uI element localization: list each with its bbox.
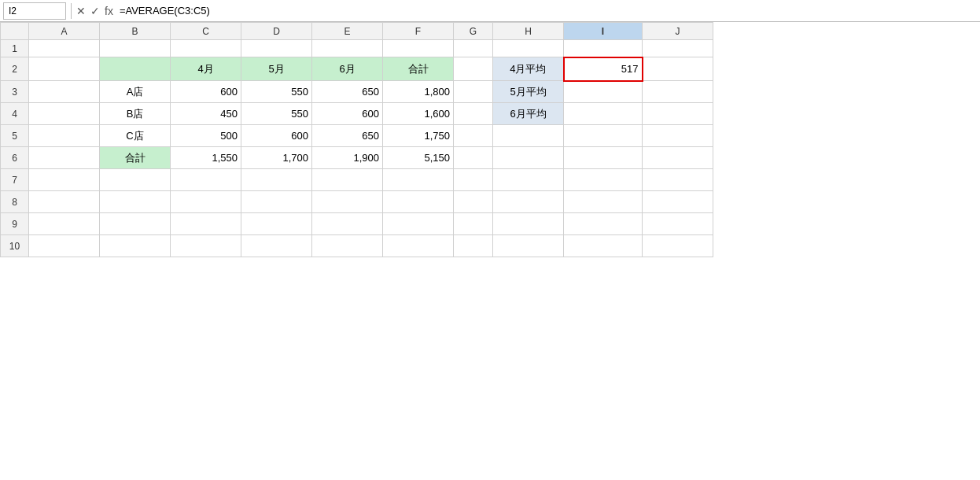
cell-E3[interactable]: 650 [312,81,383,103]
cell-E8[interactable] [312,191,383,213]
cell-E9[interactable] [312,213,383,235]
cell-D2[interactable]: 5月 [241,57,312,81]
row-header-7[interactable]: 7 [1,169,29,191]
cell-A4[interactable] [29,103,100,125]
cell-H8[interactable] [493,191,564,213]
cell-D8[interactable] [241,191,312,213]
cell-D6[interactable]: 1,700 [241,147,312,169]
row-header-8[interactable]: 8 [1,191,29,213]
cell-G2[interactable] [454,57,493,81]
cell-H4[interactable]: 6月平均 [493,103,564,125]
cell-J9[interactable] [643,213,713,235]
cell-H6[interactable] [493,147,564,169]
cell-D9[interactable] [241,213,312,235]
row-header-10[interactable]: 10 [1,235,29,257]
cell-G10[interactable] [454,235,493,257]
cell-I6[interactable] [564,147,643,169]
cell-G4[interactable] [454,103,493,125]
cell-C3[interactable]: 600 [171,81,241,103]
col-header-G[interactable]: G [454,23,493,40]
cell-G5[interactable] [454,125,493,147]
row-header-6[interactable]: 6 [1,147,29,169]
cell-G3[interactable] [454,81,493,103]
cell-A3[interactable] [29,81,100,103]
cell-G1[interactable] [454,40,493,57]
cell-C10[interactable] [171,235,241,257]
fx-icon[interactable]: fx [105,5,113,17]
cell-E10[interactable] [312,235,383,257]
cell-A5[interactable] [29,125,100,147]
cell-B9[interactable] [100,213,171,235]
cell-A1[interactable] [29,40,100,57]
col-header-I[interactable]: I [564,23,643,40]
col-header-E[interactable]: E [312,23,383,40]
col-header-D[interactable]: D [241,23,312,40]
cell-reference-box[interactable]: I2 [3,2,66,20]
row-header-5[interactable]: 5 [1,125,29,147]
cell-J5[interactable] [643,125,713,147]
cell-A7[interactable] [29,169,100,191]
col-header-C[interactable]: C [171,23,241,40]
cell-J1[interactable] [643,40,713,57]
cell-F1[interactable] [383,40,454,57]
cell-I7[interactable] [564,169,643,191]
col-header-B[interactable]: B [100,23,171,40]
cell-A9[interactable] [29,213,100,235]
cancel-icon[interactable]: ✕ [76,5,86,17]
col-header-F[interactable]: F [383,23,454,40]
cell-H7[interactable] [493,169,564,191]
cell-H10[interactable] [493,235,564,257]
cell-G7[interactable] [454,169,493,191]
cell-I5[interactable] [564,125,643,147]
cell-I2[interactable]: 517 [564,57,643,81]
cell-I9[interactable] [564,213,643,235]
cell-B4[interactable]: B店 [100,103,171,125]
cell-D3[interactable]: 550 [241,81,312,103]
cell-H2[interactable]: 4月平均 [493,57,564,81]
cell-A8[interactable] [29,191,100,213]
cell-I10[interactable] [564,235,643,257]
cell-A2[interactable] [29,57,100,81]
cell-G8[interactable] [454,191,493,213]
cell-J2[interactable] [643,57,713,81]
cell-B2[interactable] [100,57,171,81]
cell-D5[interactable]: 600 [241,125,312,147]
cell-D7[interactable] [241,169,312,191]
cell-C8[interactable] [171,191,241,213]
cell-J7[interactable] [643,169,713,191]
cell-H1[interactable] [493,40,564,57]
cell-E2[interactable]: 6月 [312,57,383,81]
cell-E1[interactable] [312,40,383,57]
cell-F9[interactable] [383,213,454,235]
cell-C5[interactable]: 500 [171,125,241,147]
cell-F6[interactable]: 5,150 [383,147,454,169]
cell-C1[interactable] [171,40,241,57]
cell-F2[interactable]: 合計 [383,57,454,81]
cell-E5[interactable]: 650 [312,125,383,147]
cell-B8[interactable] [100,191,171,213]
cell-H3[interactable]: 5月平均 [493,81,564,103]
cell-F7[interactable] [383,169,454,191]
cell-I4[interactable] [564,103,643,125]
cell-I3[interactable] [564,81,643,103]
cell-F8[interactable] [383,191,454,213]
col-header-H[interactable]: H [493,23,564,40]
cell-D1[interactable] [241,40,312,57]
cell-H9[interactable] [493,213,564,235]
cell-I8[interactable] [564,191,643,213]
cell-J10[interactable] [643,235,713,257]
cell-C9[interactable] [171,213,241,235]
cell-A10[interactable] [29,235,100,257]
cell-D10[interactable] [241,235,312,257]
cell-B1[interactable] [100,40,171,57]
cell-C6[interactable]: 1,550 [171,147,241,169]
cell-I1[interactable] [564,40,643,57]
cell-B7[interactable] [100,169,171,191]
cell-J3[interactable] [643,81,713,103]
row-header-4[interactable]: 4 [1,103,29,125]
cell-E7[interactable] [312,169,383,191]
cell-F3[interactable]: 1,800 [383,81,454,103]
cell-J6[interactable] [643,147,713,169]
cell-B6[interactable]: 合計 [100,147,171,169]
cell-H5[interactable] [493,125,564,147]
